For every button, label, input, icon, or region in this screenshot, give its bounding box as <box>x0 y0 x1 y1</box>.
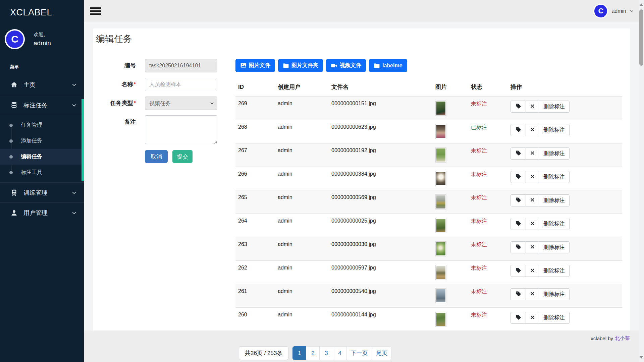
chevron-down-icon <box>72 210 76 215</box>
file-thumbnail[interactable] <box>435 147 446 163</box>
sidebar-item-home[interactable]: 主页 <box>0 75 84 95</box>
page-button-3[interactable]: 3 <box>319 346 333 360</box>
sidebar-item-label-tool[interactable]: 标注工具 <box>0 165 84 180</box>
delete-annotation-button[interactable]: 删除标注 <box>539 194 570 206</box>
page-button-4[interactable]: 4 <box>333 346 346 360</box>
sidebar-item-user-manage[interactable]: 用户管理 <box>0 202 84 223</box>
task-name-input[interactable] <box>145 78 217 91</box>
delete-annotation-button[interactable]: 删除标注 <box>539 101 570 113</box>
logo-c-icon: C <box>6 31 23 48</box>
remove-button[interactable] <box>526 194 539 206</box>
tag-button[interactable] <box>511 194 526 206</box>
status-cell: 未标注 <box>468 214 508 237</box>
file-thumbnail[interactable] <box>435 171 446 186</box>
sidebar-item-label-tasks[interactable]: 标注任务 <box>0 95 84 115</box>
action-button-group: 删除标注 <box>511 171 620 183</box>
scrollbar-thumb[interactable] <box>639 9 643 66</box>
actions-cell: 删除标注 <box>508 261 622 284</box>
scrollbar-down-icon[interactable] <box>640 356 643 359</box>
tag-button[interactable] <box>511 312 526 324</box>
footer-author-link[interactable]: 北小菜 <box>615 335 630 342</box>
page-button-2[interactable]: 2 <box>306 346 320 360</box>
delete-annotation-button[interactable]: 删除标注 <box>539 265 570 277</box>
task-type-select[interactable]: 视频任务 <box>145 97 217 110</box>
file-thumbnail[interactable] <box>435 265 446 280</box>
page-footer: xclabel by 北小菜 <box>84 330 639 346</box>
delete-annotation-button[interactable]: 删除标注 <box>539 124 570 136</box>
sidebar-scroll-indicator[interactable] <box>82 99 84 181</box>
file-thumbnail[interactable] <box>435 312 446 327</box>
video-file-button[interactable]: 视频文件 <box>326 59 366 72</box>
toolbar-button-label: 视频文件 <box>340 62 361 69</box>
table-row: 267admin000000000192.jpg未标注删除标注 <box>235 143 622 167</box>
filename-cell: 000000000623.jpg <box>329 120 433 143</box>
remove-button[interactable] <box>526 312 539 324</box>
topbar-username: admin <box>611 8 626 14</box>
filename-cell: 000000000025.jpg <box>329 214 433 237</box>
file-thumbnail[interactable] <box>435 288 446 303</box>
tag-button[interactable] <box>511 147 526 160</box>
x-icon <box>530 291 535 298</box>
tag-button[interactable] <box>511 124 526 136</box>
sidebar-item-task-edit[interactable]: 编辑任务 <box>0 149 84 165</box>
tag-button[interactable] <box>511 288 526 300</box>
delete-annotation-button[interactable]: 删除标注 <box>539 218 570 230</box>
filename-cell: 000000000192.jpg <box>329 143 433 167</box>
user-dropdown[interactable]: C admin <box>593 4 634 18</box>
delete-annotation-button[interactable]: 删除标注 <box>539 312 570 324</box>
remove-button[interactable] <box>526 147 539 160</box>
tag-button[interactable] <box>511 101 526 113</box>
menu-section-label: 菜单 <box>10 64 84 70</box>
action-button-group: 删除标注 <box>511 218 620 230</box>
remove-button[interactable] <box>526 288 539 300</box>
delete-annotation-button[interactable]: 删除标注 <box>539 241 570 253</box>
sidebar-item-task-add[interactable]: 添加任务 <box>0 133 84 149</box>
bullet-icon <box>9 171 13 174</box>
remove-button[interactable] <box>526 124 539 136</box>
hamburger-menu-icon[interactable] <box>90 6 101 16</box>
cancel-button[interactable]: 取消 <box>145 150 168 163</box>
actions-cell: 删除标注 <box>508 120 622 143</box>
sidebar-item-train-manage[interactable]: 训练管理 <box>0 182 84 202</box>
labelme-button[interactable]: labelme <box>369 59 407 72</box>
thumbnail-image <box>436 289 445 302</box>
last-page-button[interactable]: 尾页 <box>372 346 392 360</box>
file-thumbnail[interactable] <box>435 101 446 116</box>
image-cell <box>433 120 468 143</box>
bullet-icon <box>9 124 13 127</box>
task-id-input[interactable] <box>145 59 217 72</box>
page-scrollbar[interactable] <box>639 0 644 362</box>
sidebar-item-task-manage[interactable]: 任务管理 <box>0 117 84 133</box>
task-id-cell: 264 <box>235 214 275 237</box>
page-button-1[interactable]: 1 <box>292 346 306 360</box>
table-row: 265admin000000000569.jpg未标注删除标注 <box>235 190 622 214</box>
remove-button[interactable] <box>526 171 539 183</box>
creator-cell: admin <box>275 120 329 143</box>
remove-button[interactable] <box>526 265 539 277</box>
submit-button[interactable]: 提交 <box>172 150 193 163</box>
status-cell: 未标注 <box>468 190 508 214</box>
chevron-down-icon <box>72 82 76 87</box>
remove-button[interactable] <box>526 241 539 253</box>
file-thumbnail[interactable] <box>435 218 446 233</box>
delete-annotation-button[interactable]: 删除标注 <box>539 288 570 300</box>
image-folder-button[interactable]: 图片文件夹 <box>278 59 323 72</box>
delete-annotation-button[interactable]: 删除标注 <box>539 147 570 160</box>
file-thumbnail[interactable] <box>435 241 446 256</box>
tag-button[interactable] <box>511 218 526 230</box>
next-page-button[interactable]: 下一页 <box>346 346 372 360</box>
image-file-button[interactable]: 图片文件 <box>235 59 275 72</box>
remove-button[interactable] <box>526 218 539 230</box>
tag-button[interactable] <box>511 265 526 277</box>
remark-textarea[interactable] <box>145 115 217 144</box>
remove-button[interactable] <box>526 101 539 113</box>
file-thumbnail[interactable] <box>435 194 446 209</box>
delete-annotation-button[interactable]: 删除标注 <box>539 171 570 183</box>
tag-button[interactable] <box>511 171 526 183</box>
action-button-group: 删除标注 <box>511 147 620 160</box>
submenu-item-label: 添加任务 <box>21 137 42 144</box>
tag-button[interactable] <box>511 241 526 253</box>
x-icon <box>530 197 535 204</box>
scrollbar-up-icon[interactable] <box>640 3 643 6</box>
file-thumbnail[interactable] <box>435 124 446 139</box>
